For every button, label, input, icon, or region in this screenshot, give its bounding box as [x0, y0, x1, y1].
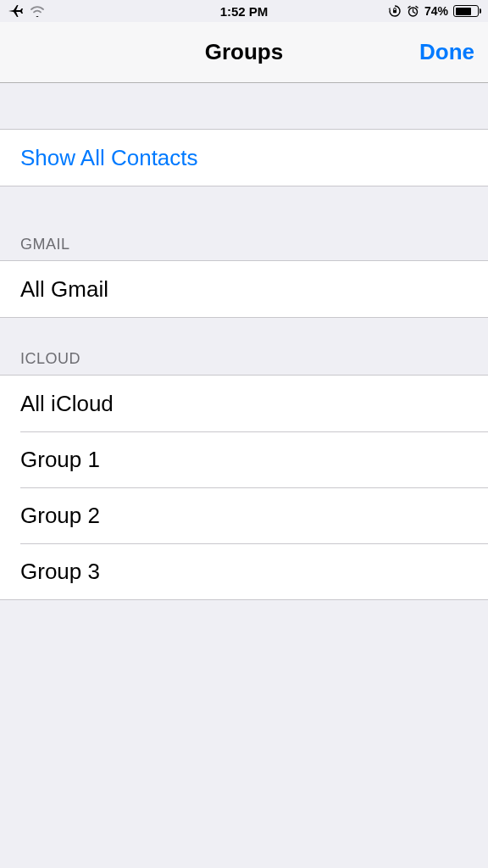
svg-rect-0 — [393, 10, 396, 13]
done-button[interactable]: Done — [419, 39, 474, 65]
alarm-icon — [407, 5, 419, 18]
wifi-icon — [29, 5, 46, 17]
show-all-contacts-button[interactable]: Show All Contacts — [0, 130, 488, 186]
group-label: Group 3 — [20, 559, 100, 585]
orientation-lock-icon — [388, 4, 402, 18]
group-row-group-1[interactable]: Group 1 — [20, 431, 488, 487]
group-row-group-2[interactable]: Group 2 — [20, 487, 488, 543]
group-label: Group 2 — [20, 503, 100, 529]
spacer — [0, 83, 488, 129]
page-title: Groups — [205, 39, 283, 65]
status-time: 1:52 PM — [220, 4, 269, 19]
status-bar: 1:52 PM 74% — [0, 0, 488, 22]
group-label: All Gmail — [20, 276, 108, 303]
group-row-all-gmail[interactable]: All Gmail — [0, 261, 488, 317]
airplane-mode-icon — [7, 3, 24, 19]
nav-bar: Groups Done — [0, 22, 488, 83]
battery-icon — [453, 5, 481, 17]
group-label: Group 1 — [20, 447, 100, 473]
group-row-group-3[interactable]: Group 3 — [20, 543, 488, 599]
section-header-gmail: GMAIL — [0, 186, 488, 260]
section-header-icloud: ICLOUD — [0, 318, 488, 375]
group-label: All iCloud — [20, 391, 114, 417]
group-row-all-icloud[interactable]: All iCloud — [0, 376, 488, 431]
battery-percent: 74% — [424, 4, 448, 18]
